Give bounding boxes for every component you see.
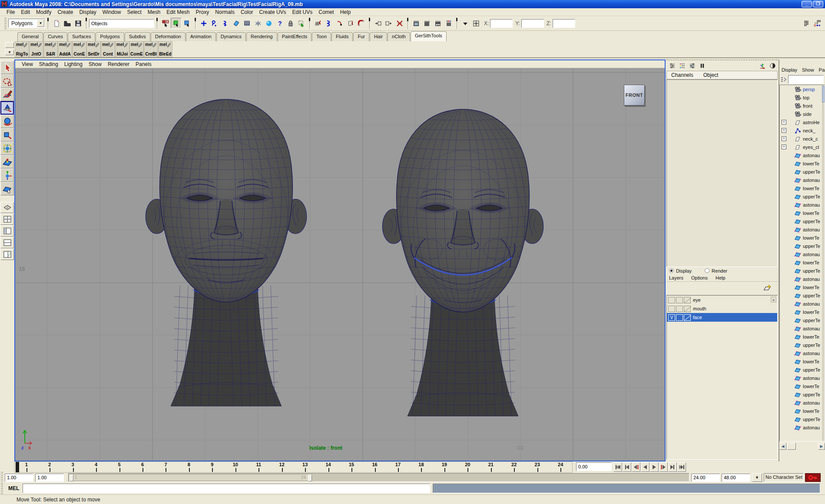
menu-modify[interactable]: Modify: [33, 9, 54, 16]
pause-button[interactable]: [697, 61, 707, 70]
outliner-filter-icon[interactable]: [780, 76, 787, 83]
statusline-separator[interactable]: [193, 17, 197, 30]
shelf-item-s-r[interactable]: melS&R: [43, 41, 58, 57]
frame-20[interactable]: 20: [456, 462, 479, 472]
mask-rendering-button[interactable]: [263, 18, 274, 29]
outliner-item-upperte[interactable]: upperTe: [780, 390, 825, 399]
persp-graph-layout-button[interactable]: [0, 249, 14, 260]
mask-dynamics-button[interactable]: [252, 18, 263, 29]
menu-color[interactable]: Color: [238, 9, 256, 16]
viewport-menu-show[interactable]: Show: [86, 61, 105, 68]
outliner-item-astonau[interactable]: astonau: [780, 176, 825, 184]
frame-ruler[interactable]: 123456789101112131415161718192021222324: [14, 461, 573, 473]
play-backwards-button[interactable]: [641, 462, 649, 472]
character-set-selector[interactable]: No Character Set: [764, 473, 804, 482]
mask-misc-button[interactable]: ?: [274, 18, 285, 29]
range-grip[interactable]: [1, 472, 3, 483]
viewport-menu-view[interactable]: View: [19, 61, 36, 68]
outliner-item-lowerte[interactable]: lowerTe: [780, 308, 825, 316]
shelf-tab-surfaces[interactable]: Surfaces: [68, 32, 95, 41]
layer-visibility-toggle[interactable]: V: [668, 314, 675, 321]
shelf-tab-curves[interactable]: Curves: [43, 32, 67, 41]
menu-edit-uvs[interactable]: Edit UVs: [289, 9, 316, 16]
shelf-tab-animation[interactable]: Animation: [186, 32, 216, 41]
layer-visibility-toggle[interactable]: [668, 297, 675, 303]
snap-to-points-button[interactable]: [334, 18, 345, 29]
auto-keyframe-toggle[interactable]: [805, 473, 821, 482]
frame-13[interactable]: 13: [293, 462, 316, 472]
snap-to-view-planes-button[interactable]: [345, 18, 356, 29]
outliner-filter-input[interactable]: [788, 75, 824, 84]
ipr-render-button[interactable]: IPR: [432, 18, 443, 29]
rotate-tool-button[interactable]: [0, 115, 14, 128]
outliner-item-persp[interactable]: persp: [780, 85, 825, 93]
lasso-tool-button[interactable]: [0, 74, 14, 88]
statusline-separator[interactable]: [406, 17, 410, 30]
shelf-item-setdr[interactable]: melSetDr: [86, 41, 101, 57]
step-back-key-button[interactable]: [632, 462, 640, 472]
outliner-item-astonau[interactable]: astonau: [780, 374, 825, 382]
frame-5[interactable]: 5: [108, 462, 131, 472]
shelf-tab-toggle-button[interactable]: [5, 42, 14, 48]
x-coordinate-field[interactable]: [490, 19, 513, 28]
shelf-item-crebl[interactable]: melCreBl: [144, 41, 158, 57]
selection-mask-field[interactable]: [89, 19, 154, 28]
expand-icon[interactable]: +: [782, 128, 786, 133]
play-forwards-button[interactable]: [650, 462, 659, 472]
range-track[interactable]: 1 24: [68, 473, 689, 482]
outliner-item-upperte[interactable]: upperTe: [780, 366, 825, 374]
outliner-item-astonau[interactable]: astonau: [780, 300, 825, 308]
frame-15[interactable]: 15: [340, 462, 363, 472]
current-time-field[interactable]: [576, 462, 612, 471]
layer-playback-toggle[interactable]: [676, 297, 683, 303]
outliner-item-lowerte[interactable]: lowerTe: [780, 209, 825, 217]
shelf-menu-button[interactable]: ▼: [5, 49, 14, 55]
shelf-tab-gersithtools[interactable]: GerSithTools: [411, 31, 447, 41]
shelf-item-rigto[interactable]: melRigTo: [15, 41, 29, 57]
frame-23[interactable]: 23: [526, 462, 549, 472]
shelf-item-cont[interactable]: melCont: [101, 41, 115, 57]
last-tool-button[interactable]: [0, 182, 14, 195]
layer-row-eye[interactable]: eye: [667, 296, 777, 304]
outliner-item-lowerte[interactable]: lowerTe: [780, 333, 825, 341]
scroll-thumb[interactable]: [787, 443, 796, 450]
frame-18[interactable]: 18: [410, 462, 433, 472]
mask-deformers-button[interactable]: [242, 18, 252, 29]
construction-history-button[interactable]: [394, 18, 405, 29]
shelf-tab-hair[interactable]: Hair: [370, 32, 387, 41]
frame-3[interactable]: 3: [61, 462, 84, 472]
shelf-item-jnto[interactable]: melJntO: [29, 41, 43, 57]
channel-box-menu-object[interactable]: Object: [703, 72, 722, 79]
range-start-handle[interactable]: [70, 474, 73, 481]
expand-icon[interactable]: +: [782, 136, 786, 141]
layer-row-face[interactable]: Vface: [667, 313, 777, 322]
frame-7[interactable]: 7: [154, 462, 177, 472]
layer-row-mouth[interactable]: mouth: [667, 304, 777, 313]
frame-8[interactable]: 8: [177, 462, 200, 472]
show-manipulator-button[interactable]: [0, 168, 14, 182]
create-layer-button[interactable]: [761, 283, 773, 293]
mel-label-button[interactable]: MEL: [5, 484, 23, 492]
range-end-handle[interactable]: [308, 474, 312, 481]
viewport-menu-lighting[interactable]: Lighting: [61, 61, 86, 68]
menu-help[interactable]: Help: [337, 9, 354, 16]
z-coordinate-field[interactable]: [553, 19, 575, 28]
outliner-item-lowerte[interactable]: lowerTe: [780, 382, 825, 390]
shelf-item-adda[interactable]: melAddA: [58, 41, 72, 57]
frame-9[interactable]: 9: [201, 462, 224, 472]
outliner-menu-panels[interactable]: Panels: [819, 67, 825, 72]
outliner-item-side[interactable]: side: [780, 110, 825, 118]
menu-select[interactable]: Select: [124, 9, 144, 16]
frame-19[interactable]: 19: [433, 462, 456, 472]
open-scene-button[interactable]: [62, 18, 73, 29]
make-live-button[interactable]: [356, 18, 367, 29]
select-hierarchy-button[interactable]: [160, 18, 171, 29]
animation-end-field[interactable]: [722, 474, 750, 482]
outliner-item-upperte[interactable]: upperTe: [780, 291, 825, 300]
scroll-left-icon[interactable]: ◀: [779, 443, 786, 450]
menu-display[interactable]: Display: [76, 9, 99, 16]
paint-selection-tool-button[interactable]: [0, 88, 14, 101]
move-tool-button[interactable]: [0, 101, 14, 115]
outliner-item-upperte[interactable]: upperTe: [780, 242, 825, 250]
outliner-item-lowerte[interactable]: lowerTe: [780, 159, 825, 168]
